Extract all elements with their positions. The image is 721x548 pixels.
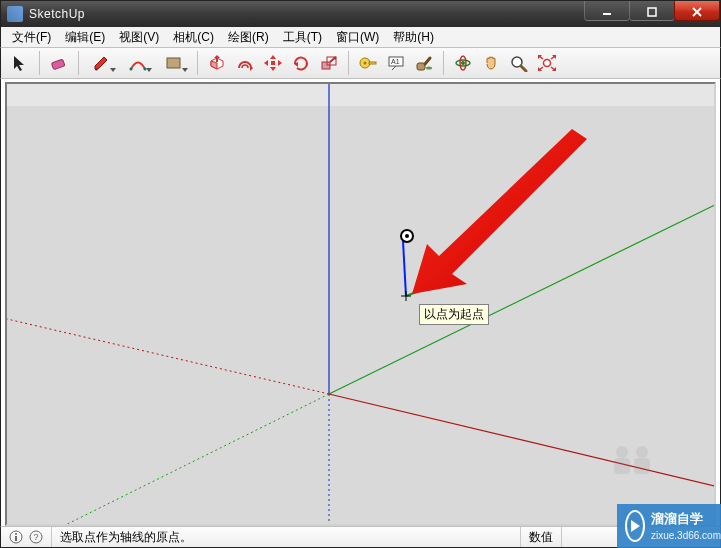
paint-tool[interactable] <box>411 50 437 76</box>
svg-point-36 <box>461 61 465 65</box>
chevron-down-icon <box>182 68 188 72</box>
toolbar: A1 <box>0 47 721 79</box>
title-bar: SketchUp <box>0 0 721 27</box>
select-tool[interactable] <box>7 50 33 76</box>
menu-bar: 文件(F) 编辑(E) 视图(V) 相机(C) 绘图(R) 工具(T) 窗口(W… <box>0 27 721 47</box>
svg-point-27 <box>364 62 367 65</box>
rotate-tool[interactable] <box>288 50 314 76</box>
svg-line-52 <box>7 394 329 524</box>
toolbar-separator <box>197 51 198 75</box>
svg-marker-6 <box>95 57 107 69</box>
svg-marker-14 <box>214 55 220 58</box>
menu-edit[interactable]: 编辑(E) <box>58 28 112 47</box>
status-bar: ? 选取点作为轴线的原点。 数值 <box>0 526 721 548</box>
chevron-down-icon <box>146 68 152 72</box>
svg-point-8 <box>130 68 133 71</box>
svg-rect-66 <box>15 536 17 541</box>
status-hint: 选取点作为轴线的原点。 <box>52 527 521 547</box>
text-tool[interactable]: A1 <box>383 50 409 76</box>
svg-line-55 <box>403 241 406 296</box>
tape-tool[interactable] <box>355 50 381 76</box>
canvas-axes <box>7 84 714 524</box>
svg-marker-12 <box>211 61 217 69</box>
svg-marker-17 <box>270 67 276 71</box>
svg-rect-5 <box>51 59 65 70</box>
scale-tool[interactable] <box>316 50 342 76</box>
toolbar-separator <box>443 51 444 75</box>
svg-rect-1 <box>648 8 656 16</box>
pencil-tool[interactable] <box>85 50 119 76</box>
maximize-button[interactable] <box>629 1 675 21</box>
svg-marker-7 <box>95 69 98 71</box>
menu-file[interactable]: 文件(F) <box>5 28 58 47</box>
play-icon <box>625 510 645 542</box>
zoom-tool[interactable] <box>506 50 532 76</box>
window-controls <box>585 1 720 21</box>
svg-marker-4 <box>14 56 24 71</box>
status-icons: ? <box>1 527 52 547</box>
pan-tool[interactable] <box>478 50 504 76</box>
svg-marker-16 <box>270 55 276 59</box>
svg-point-61 <box>636 446 648 458</box>
toolbar-separator <box>39 51 40 75</box>
shape-tool[interactable] <box>157 50 191 76</box>
orbit-tool[interactable] <box>450 50 476 76</box>
menu-window[interactable]: 窗口(W) <box>329 28 386 47</box>
menu-tools[interactable]: 工具(T) <box>276 28 329 47</box>
svg-line-53 <box>329 394 714 489</box>
svg-rect-62 <box>634 458 650 474</box>
svg-point-39 <box>544 60 551 67</box>
svg-point-59 <box>616 446 628 458</box>
svg-text:?: ? <box>34 532 39 542</box>
svg-line-38 <box>521 66 526 71</box>
svg-line-31 <box>392 66 396 70</box>
menu-view[interactable]: 视图(V) <box>112 28 166 47</box>
axis-origin-cursor-icon <box>400 229 414 243</box>
menu-draw[interactable]: 绘图(R) <box>221 28 276 47</box>
move-tool[interactable] <box>260 50 286 76</box>
app-icon <box>7 6 23 22</box>
zoom-extents-tool[interactable] <box>534 50 560 76</box>
menu-help[interactable]: 帮助(H) <box>386 28 441 47</box>
toolbar-separator <box>78 51 79 75</box>
inference-tooltip: 以点为起点 <box>419 304 489 325</box>
svg-line-54 <box>7 319 329 394</box>
window-title: SketchUp <box>29 7 85 21</box>
eraser-tool[interactable] <box>46 50 72 76</box>
svg-rect-48 <box>7 84 714 106</box>
viewport-frame: 以点为起点 <box>0 79 721 526</box>
svg-rect-20 <box>271 61 275 65</box>
toolbar-separator <box>348 51 349 75</box>
arc-tool[interactable] <box>121 50 155 76</box>
chevron-down-icon <box>110 68 116 72</box>
svg-point-65 <box>15 533 17 535</box>
info-icon[interactable] <box>9 530 23 544</box>
pushpull-tool[interactable] <box>204 50 230 76</box>
menu-camera[interactable]: 相机(C) <box>166 28 221 47</box>
svg-line-51 <box>329 199 714 394</box>
svg-rect-28 <box>369 62 376 64</box>
watermark-url: zixue.3d66.com <box>651 530 721 541</box>
watermark-title: 溜溜自学 <box>651 510 721 528</box>
svg-rect-60 <box>614 458 630 474</box>
svg-point-33 <box>426 67 432 70</box>
status-value-label: 数值 <box>521 527 562 547</box>
help-icon[interactable]: ? <box>29 530 43 544</box>
offset-tool[interactable] <box>232 50 258 76</box>
status-hint-text: 选取点作为轴线的原点。 <box>60 529 192 546</box>
close-button[interactable] <box>674 1 720 21</box>
svg-marker-19 <box>278 60 282 66</box>
svg-text:A1: A1 <box>391 58 400 65</box>
minimize-button[interactable] <box>584 1 630 21</box>
svg-marker-18 <box>264 60 268 66</box>
svg-rect-10 <box>167 58 180 68</box>
watermark: 溜溜自学 zixue.3d66.com <box>617 504 721 548</box>
svg-line-56 <box>406 288 427 296</box>
viewport[interactable]: 以点为起点 <box>5 82 716 526</box>
